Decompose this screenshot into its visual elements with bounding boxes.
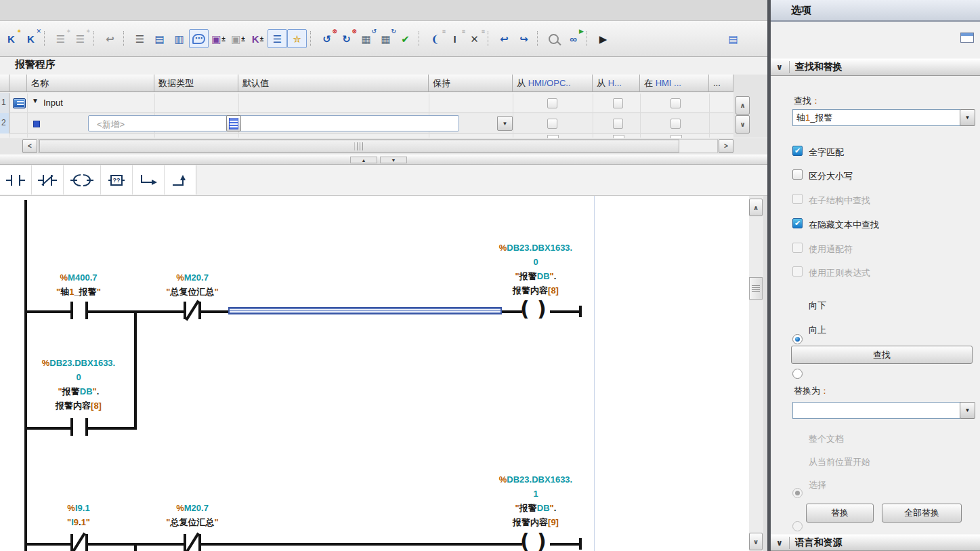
splitter-collapse-down-icon[interactable]: ▼ xyxy=(380,157,407,163)
operand-label[interactable]: %M400.7 "轴1_报警" xyxy=(56,270,101,299)
update-block-call-icon[interactable]: ▦↺ xyxy=(356,29,376,48)
operand-address[interactable]: 0 xyxy=(42,370,115,384)
add-new-placeholder[interactable]: <新增> xyxy=(97,119,125,131)
name-edit-box[interactable] xyxy=(88,115,459,131)
operand-address[interactable]: %M20.7 xyxy=(166,270,218,285)
languages-resources-section-header[interactable]: ∨ 语言和资源 xyxy=(771,534,980,551)
operand-kx-icon[interactable]: K± xyxy=(248,29,268,48)
table-scroll-up-icon[interactable]: ∧ xyxy=(736,96,750,115)
operand-address[interactable]: %M400.7 xyxy=(56,270,101,285)
replace-button[interactable]: 替换 xyxy=(806,504,874,523)
find-dropdown-icon[interactable]: ▼ xyxy=(960,109,975,126)
reset-start-values-icon[interactable]: ↩ xyxy=(100,29,120,48)
operand-ghost-icon-dropdown[interactable]: ± xyxy=(241,35,245,43)
operand-label[interactable]: %DB23.DBX1633. 0 "报警DB". 报警内容[8] xyxy=(499,241,572,298)
table-scroll-down-icon[interactable]: ∨ xyxy=(736,115,750,134)
from-h-checkbox[interactable] xyxy=(613,98,623,108)
operand-label[interactable]: %I9.1 "I9.1" xyxy=(67,501,90,529)
retain-dropdown-button[interactable]: ▼ xyxy=(497,116,513,131)
table-row[interactable] xyxy=(0,93,733,113)
open-branch-button[interactable] xyxy=(133,165,165,195)
absolute-symbolic-toggle-icon[interactable]: ❨≡ xyxy=(425,29,445,48)
operand-kx-icon-dropdown[interactable]: ± xyxy=(260,35,264,43)
go-forward-icon[interactable]: ↪ xyxy=(514,29,534,48)
symbol-information-icon[interactable]: I≡ xyxy=(445,29,465,48)
operand-db-icon[interactable]: ▣± xyxy=(209,29,228,48)
operand-db-icon-dropdown[interactable]: ± xyxy=(221,35,226,43)
lad-network-editor[interactable]: ( ) %M400.7 "轴1_报警" %M20.7 "总复位汇总" %DB23… xyxy=(0,196,748,551)
operand-address[interactable]: %DB23.DBX1633. xyxy=(499,472,572,487)
ladder-scroll-up-icon[interactable]: ∧ xyxy=(749,199,763,216)
table-hscroll-thumb[interactable] xyxy=(39,140,679,152)
find-input[interactable]: 轴1_报警 xyxy=(792,109,960,126)
contact-no-button[interactable] xyxy=(0,165,32,195)
find-in-editor-icon[interactable] xyxy=(544,29,563,48)
close-branch-button[interactable] xyxy=(165,165,196,195)
insert-row-icon[interactable]: ☰✶ xyxy=(51,29,70,48)
hide-symbols-icon[interactable]: ✕≡ xyxy=(465,29,484,48)
coil-button[interactable] xyxy=(64,165,101,195)
table-scroll-left-icon[interactable]: < xyxy=(22,139,37,153)
splitter-collapse-up-icon[interactable]: ▲ xyxy=(350,157,377,163)
table-scroll-right-icon[interactable]: > xyxy=(719,139,733,153)
from-h-checkbox[interactable] xyxy=(613,119,623,129)
ladder-vscroll-track[interactable] xyxy=(748,196,763,551)
float-panel-icon[interactable] xyxy=(960,33,974,43)
next-error-icon[interactable]: ↻⊗ xyxy=(337,29,356,48)
hmi-opc-checkbox[interactable] xyxy=(547,98,557,108)
split-editor-icon[interactable]: ▤ xyxy=(723,29,743,48)
operand-address[interactable]: %I9.1 xyxy=(67,501,90,515)
replace-input[interactable] xyxy=(792,402,960,419)
monitoring-glasses-icon[interactable]: ∞▶ xyxy=(563,29,583,48)
coil-symbol[interactable]: ( xyxy=(520,299,530,319)
operand-address[interactable]: %M20.7 xyxy=(166,501,218,515)
ladder-scroll-down-icon[interactable]: ∨ xyxy=(749,533,763,550)
delete-network-icon[interactable]: K✕ xyxy=(21,29,41,48)
operand-name[interactable]: 报警内容[9] xyxy=(499,515,572,529)
direction-down-radio[interactable] xyxy=(792,334,803,344)
operand-label[interactable]: %M20.7 "总复位汇总" xyxy=(166,270,218,299)
operand-name[interactable]: 报警内容[8] xyxy=(499,283,572,298)
contact-nc-symbol[interactable] xyxy=(184,534,186,551)
network-comments-toggle-icon[interactable]: ⋯ xyxy=(189,29,209,48)
operand-name[interactable]: "轴1_报警" xyxy=(56,285,101,299)
favorites-icon[interactable]: ✮ xyxy=(287,29,307,48)
direction-up-radio[interactable] xyxy=(792,369,803,379)
add-row-icon[interactable]: ☰✶ xyxy=(70,29,90,48)
operand-address[interactable]: 0 xyxy=(499,255,572,269)
replace-dropdown-icon[interactable]: ▼ xyxy=(960,402,975,419)
coil-symbol[interactable]: ) xyxy=(537,299,547,319)
operand-label[interactable]: %DB23.DBX1633. 0 "报警DB". 报警内容[8] xyxy=(42,356,115,413)
operand-name[interactable]: 报警内容[8] xyxy=(42,399,115,413)
close-all-networks-icon[interactable]: ▤ xyxy=(150,29,169,48)
operand-address[interactable]: %DB23.DBX1633. xyxy=(499,241,572,255)
contact-no-symbol[interactable] xyxy=(70,302,73,319)
contact-no-symbol[interactable] xyxy=(70,418,73,436)
match-case-checkbox[interactable] xyxy=(792,169,803,180)
replace-all-button[interactable]: 全部替换 xyxy=(882,504,962,523)
operand-name[interactable]: "I9.1" xyxy=(67,515,90,529)
consistency-check-icon[interactable]: ✔ xyxy=(396,29,415,48)
coil-symbol[interactable]: ( xyxy=(520,531,530,551)
operand-name[interactable]: "报警DB". xyxy=(499,269,572,283)
ladder-vscroll-thumb[interactable] xyxy=(749,277,763,300)
operand-name[interactable]: "报警DB". xyxy=(42,384,115,399)
operand-label[interactable]: %M20.7 "总复位汇总" xyxy=(166,501,218,529)
go-back-icon[interactable]: ↩ xyxy=(494,29,514,48)
operand-name[interactable]: "总复位汇总" xyxy=(166,285,218,299)
coil-symbol[interactable]: ) xyxy=(537,531,547,551)
find-in-hidden-text-checkbox[interactable]: ✔ xyxy=(792,218,803,228)
find-replace-section-header[interactable]: ∨ 查找和替换 xyxy=(771,58,980,76)
contact-nc-button[interactable] xyxy=(32,165,64,195)
empty-box-button[interactable]: ?? xyxy=(101,165,133,195)
operand-label[interactable]: %DB23.DBX1633. 1 "报警DB". 报警内容[9] xyxy=(499,472,572,529)
operand-address[interactable]: %DB23.DBX1633. xyxy=(42,356,115,370)
more-commands-icon[interactable]: ▶ xyxy=(593,29,613,48)
previous-error-icon[interactable]: ↺⊗ xyxy=(317,29,337,48)
insert-network-icon[interactable]: K✶ xyxy=(1,29,21,48)
expand-triangle-icon[interactable]: ▼ xyxy=(32,97,39,104)
in-hmi-checkbox[interactable] xyxy=(670,98,681,108)
network-outline-icon[interactable]: ☰ xyxy=(130,29,150,48)
datatype-browse-button[interactable] xyxy=(226,115,241,131)
in-hmi-checkbox[interactable] xyxy=(670,119,681,129)
